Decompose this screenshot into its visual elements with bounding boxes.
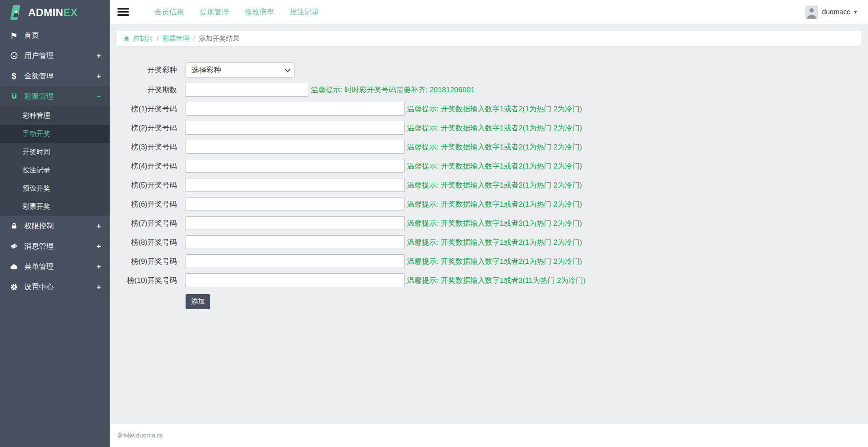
user-menu[interactable]: duomacc ▾ xyxy=(805,6,857,19)
sidebar: ADMINEX 首页 用户管理 + xyxy=(0,0,110,447)
form-row-rank-6: 榜(6)开奖号码 温馨提示: 开奖数据输入数字1或者2(1为热门 2为冷门) xyxy=(117,197,861,211)
issue-number-label: 开奖期数 xyxy=(117,85,177,95)
caret-down-icon: ▾ xyxy=(854,9,857,15)
rank-8-label: 榜(8)开奖号码 xyxy=(117,237,177,247)
rank-2-hint: 温馨提示: 开奖数据输入数字1或者2(1为热门 2为冷门) xyxy=(407,123,582,133)
breadcrumb-link-lottery-management[interactable]: 彩票管理 xyxy=(163,34,189,43)
lottery-type-select[interactable]: 选择彩种 xyxy=(186,62,295,78)
cloud-icon xyxy=(9,262,19,271)
add-draw-result-form: 开奖彩种 选择彩种 开奖期数 温馨提示: 时时彩开奖号码需要补齐: 201812… xyxy=(117,62,861,309)
sidebar-item-message-management[interactable]: 消息管理 + xyxy=(0,236,110,256)
logo[interactable]: ADMINEX xyxy=(0,0,110,25)
breadcrumb-separator: / xyxy=(193,35,195,42)
magnet-icon xyxy=(9,92,19,100)
rank-4-hint: 温馨提示: 开奖数据输入数字1或者2(1为热门 2为冷门) xyxy=(407,161,582,171)
sidebar-item-settings-center[interactable]: 设置中心 + xyxy=(0,277,110,297)
sidebar-subitem-preset-draw[interactable]: 预设开奖 xyxy=(0,179,110,198)
rank-7-input[interactable] xyxy=(186,216,405,230)
rank-3-hint: 温馨提示: 开奖数据输入数字1或者2(1为热门 2为冷门) xyxy=(407,142,582,152)
nav-link-member-info[interactable]: 会员信息 xyxy=(154,7,184,17)
breadcrumb-separator: / xyxy=(157,35,159,42)
expand-plus-icon[interactable]: + xyxy=(97,242,101,251)
form-row-rank-3: 榜(3)开奖号码 温馨提示: 开奖数据输入数字1或者2(1为热门 2为冷门) xyxy=(117,140,861,154)
rank-6-label: 榜(6)开奖号码 xyxy=(117,199,177,209)
rank-10-hint: 温馨提示: 开奖数据输入数字1或者2(11为热门 2为冷门) xyxy=(407,275,586,285)
flag-icon xyxy=(9,32,19,39)
lottery-submenu: 彩种管理 手动开奖 开奖时间 投注记录 预设开奖 彩票开奖 xyxy=(0,107,110,216)
rank-3-input[interactable] xyxy=(186,140,405,154)
top-nav-links: 会员信息 提现管理 修改倍率 投注记录 xyxy=(154,7,319,17)
rank-8-input[interactable] xyxy=(186,235,405,249)
hamburger-menu-icon[interactable] xyxy=(117,8,129,16)
logo-text: ADMINEX xyxy=(28,6,78,19)
issue-number-hint: 温馨提示: 时时彩开奖号码需要补齐: 20181206001 xyxy=(311,85,475,95)
form-row-rank-7: 榜(7)开奖号码 温馨提示: 开奖数据输入数字1或者2(1为热门 2为冷门) xyxy=(117,216,861,230)
rank-9-label: 榜(9)开奖号码 xyxy=(117,256,177,266)
add-button[interactable]: 添加 xyxy=(186,294,210,309)
adminex-a-logo-icon xyxy=(7,4,24,21)
top-navbar: 会员信息 提现管理 修改倍率 投注记录 duomacc ▾ xyxy=(110,0,868,24)
sidebar-subitem-manual-draw[interactable]: 手动开奖 xyxy=(0,125,110,143)
form-row-rank-4: 榜(4)开奖号码 温馨提示: 开奖数据输入数字1或者2(1为热门 2为冷门) xyxy=(117,159,861,173)
form-row-rank-9: 榜(9)开奖号码 温馨提示: 开奖数据输入数字1或者2(1为热门 2为冷门) xyxy=(117,254,861,268)
sidebar-subitem-lottery-draw[interactable]: 彩票开奖 xyxy=(0,198,110,216)
dollar-icon: $ xyxy=(9,71,19,81)
sidebar-item-menu-management[interactable]: 菜单管理 + xyxy=(0,256,110,277)
sidebar-subitem-lottery-type[interactable]: 彩种管理 xyxy=(0,107,110,125)
collapse-minus-icon[interactable]: − xyxy=(97,92,101,101)
nav-link-modify-odds[interactable]: 修改倍率 xyxy=(245,7,274,17)
rank-7-hint: 温馨提示: 开奖数据输入数字1或者2(1为热门 2为冷门) xyxy=(407,218,582,228)
home-icon xyxy=(123,35,130,42)
form-row-rank-8: 榜(8)开奖号码 温馨提示: 开奖数据输入数字1或者2(1为热门 2为冷门) xyxy=(117,235,861,249)
sidebar-item-home[interactable]: 首页 xyxy=(0,25,110,45)
sidebar-subitem-draw-time[interactable]: 开奖时间 xyxy=(0,143,110,161)
rank-5-label: 榜(5)开奖号码 xyxy=(117,180,177,190)
rank-4-input[interactable] xyxy=(186,159,405,173)
sidebar-item-lottery-management[interactable]: 彩票管理 − xyxy=(0,86,110,107)
sidebar-item-amount-management[interactable]: $ 金额管理 + xyxy=(0,66,110,86)
expand-plus-icon[interactable]: + xyxy=(97,52,101,60)
expand-plus-icon[interactable]: + xyxy=(97,283,101,292)
form-row-rank-1: 榜(1)开奖号码 温馨提示: 开奖数据输入数字1或者2(1为热门 2为冷门) xyxy=(117,102,861,116)
sidebar-item-permission-control[interactable]: 权限控制 + xyxy=(0,216,110,236)
rank-5-hint: 温馨提示: 开奖数据输入数字1或者2(1为热门 2为冷门) xyxy=(407,180,582,190)
main-area: 会员信息 提现管理 修改倍率 投注记录 duomacc ▾ xyxy=(110,0,868,447)
gear-icon xyxy=(9,283,19,291)
nav-link-bet-records[interactable]: 投注记录 xyxy=(290,7,319,17)
lock-icon xyxy=(9,222,19,230)
breadcrumb-link-console[interactable]: 控制台 xyxy=(133,34,153,43)
breadcrumb: 控制台 / 彩票管理 / 添加开奖结果 xyxy=(117,31,861,46)
rank-10-input[interactable] xyxy=(186,273,405,287)
rank-6-hint: 温馨提示: 开奖数据输入数字1或者2(1为热门 2为冷门) xyxy=(407,199,582,209)
lottery-type-label: 开奖彩种 xyxy=(117,65,177,75)
sidebar-item-user-management[interactable]: 用户管理 + xyxy=(0,45,110,66)
megaphone-icon xyxy=(9,242,19,250)
app-root: ADMINEX 首页 用户管理 + xyxy=(0,0,868,447)
rank-9-input[interactable] xyxy=(186,254,405,268)
avatar xyxy=(805,6,818,19)
form-row-rank-2: 榜(2)开奖号码 温馨提示: 开奖数据输入数字1或者2(1为热门 2为冷门) xyxy=(117,121,861,135)
rank-9-hint: 温馨提示: 开奖数据输入数字1或者2(1为热门 2为冷门) xyxy=(407,256,582,266)
username: duomacc xyxy=(822,8,850,16)
form-row-lottery-type: 开奖彩种 选择彩种 xyxy=(117,62,861,78)
expand-plus-icon[interactable]: + xyxy=(97,222,101,230)
rank-2-input[interactable] xyxy=(186,121,405,135)
issue-number-input[interactable] xyxy=(186,83,308,97)
sidebar-subitem-bet-records[interactable]: 投注记录 xyxy=(0,161,110,179)
rank-5-input[interactable] xyxy=(186,178,405,192)
rank-3-label: 榜(3)开奖号码 xyxy=(117,142,177,152)
expand-plus-icon[interactable]: + xyxy=(97,262,101,271)
rank-6-input[interactable] xyxy=(186,197,405,211)
rank-8-hint: 温馨提示: 开奖数据输入数字1或者2(1为热门 2为冷门) xyxy=(407,237,582,247)
rank-7-label: 榜(7)开奖号码 xyxy=(117,218,177,228)
footer: 多码网duoma.cc xyxy=(110,424,868,447)
form-row-rank-10: 榜(10)开奖号码 温馨提示: 开奖数据输入数字1或者2(11为热门 2为冷门) xyxy=(117,273,861,287)
form-row-issue-number: 开奖期数 温馨提示: 时时彩开奖号码需要补齐: 20181206001 xyxy=(117,83,861,97)
form-row-submit: 添加 xyxy=(117,294,861,309)
expand-plus-icon[interactable]: + xyxy=(97,72,101,81)
rank-1-input[interactable] xyxy=(186,102,405,116)
nav-link-withdraw-management[interactable]: 提现管理 xyxy=(199,7,229,17)
user-face-icon xyxy=(9,52,19,60)
rank-1-label: 榜(1)开奖号码 xyxy=(117,104,177,114)
content-area: 控制台 / 彩票管理 / 添加开奖结果 开奖彩种 选择彩种 xyxy=(110,24,868,424)
